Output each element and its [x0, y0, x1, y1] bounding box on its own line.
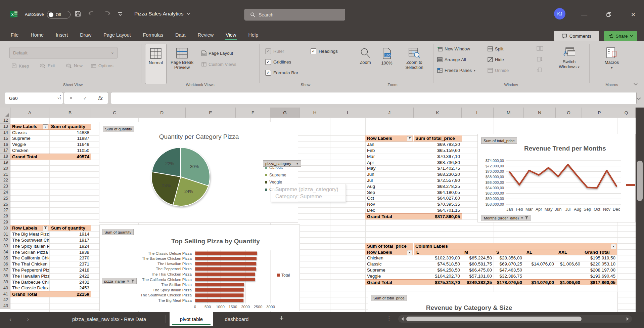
confirm-entry-icon[interactable]: ✓	[83, 95, 87, 101]
grand-total-value[interactable]: $817.860,05	[582, 279, 617, 285]
pivot-row-label[interactable]: May	[365, 165, 414, 171]
zoom-to-selection-button[interactable]: Zoom to Selection	[398, 44, 430, 83]
pivot-value[interactable]: 11050	[49, 148, 91, 154]
pivot-value[interactable]	[524, 273, 556, 279]
checkbox-headings[interactable]: ✓Headings	[311, 48, 338, 54]
share-button[interactable]: Share	[604, 31, 637, 41]
dropdown-button[interactable]: ▼	[407, 250, 412, 255]
pivot-header-cell[interactable]: Row Labels	[10, 225, 49, 231]
add-sheet-button[interactable]: +	[279, 314, 284, 323]
horizontal-scrollbar[interactable]	[398, 315, 632, 323]
checkbox-gridlines[interactable]: ✓Gridlines	[265, 59, 291, 65]
pivot-size-column[interactable]: L	[414, 249, 462, 255]
grand-total-value[interactable]: $817.860,05	[414, 213, 462, 219]
scroll-left-icon[interactable]	[401, 317, 404, 321]
search-input[interactable]: Search	[244, 9, 345, 20]
pivot-row-label[interactable]: Jun	[365, 171, 414, 177]
pivot-value[interactable]: 2371	[49, 261, 91, 267]
pivot-value[interactable]: $208.197,00	[582, 267, 617, 273]
column-header-E[interactable]: E	[186, 108, 236, 118]
pivot-row-label[interactable]: Feb	[365, 148, 414, 154]
row-header-32[interactable]: 32	[0, 237, 10, 243]
zoom-button[interactable]: Zoom	[355, 44, 375, 83]
pivot-value[interactable]: $47.463,50	[494, 267, 524, 273]
custom-views-button[interactable]: Custom Views	[201, 62, 236, 67]
row-header-20[interactable]: 20	[0, 165, 10, 171]
pivot-size-column[interactable]: Grand Total	[582, 249, 617, 255]
grand-total-value[interactable]: 22159	[49, 291, 91, 297]
pivot-row-label[interactable]: Classic	[10, 130, 49, 136]
keep-sheet-view-button[interactable]: Keep	[11, 63, 29, 69]
row-header-23[interactable]: 23	[0, 183, 10, 190]
grand-total-value[interactable]: $178.076,50	[494, 279, 524, 285]
page-layout-view-button[interactable]: Page Layout	[201, 50, 233, 56]
pivot-row-label[interactable]: The Spicy Italian Pizza	[10, 243, 49, 249]
tab-options-icon[interactable]: ⋮	[386, 315, 392, 322]
pivot-row-label[interactable]: Nov	[365, 201, 414, 207]
row-header-39[interactable]: 39	[0, 279, 10, 285]
row-header-29[interactable]: 29	[0, 219, 10, 226]
pivot-value[interactable]: $220.053,10	[582, 261, 617, 267]
ribbon-tab-data[interactable]: Data	[175, 31, 186, 40]
close-button[interactable]: ×	[628, 9, 638, 19]
column-header-G[interactable]: G	[270, 108, 300, 118]
pivot-row-label[interactable]: The Sicilian Pizza	[10, 249, 49, 255]
pivot-value[interactable]: $65.224,50	[462, 255, 494, 261]
pivot-value[interactable]: $68.736,80	[414, 160, 462, 166]
formula-bar-options-icon[interactable]: ⋮	[58, 94, 63, 100]
pivot-row-label[interactable]: Mar	[365, 154, 414, 160]
checkbox-formula-bar[interactable]: ✓Formula Bar	[265, 70, 298, 76]
new-window-button[interactable]: New Window	[437, 46, 470, 51]
pie-legend-item-classic[interactable]: Classic	[265, 165, 283, 170]
row-header-30[interactable]: 30	[0, 225, 10, 231]
column-header-D[interactable]: D	[138, 108, 186, 118]
pivot-value[interactable]: $74.518,50	[414, 261, 462, 267]
column-header-B[interactable]: B	[49, 108, 91, 118]
cancel-entry-icon[interactable]: ×	[70, 95, 73, 101]
pivot-value[interactable]: 2453	[49, 285, 91, 291]
pivot-value[interactable]: 14888	[49, 130, 91, 136]
pivot-value[interactable]: $195.919,50	[582, 255, 617, 261]
row-header-19[interactable]: 19	[0, 160, 10, 166]
column-header-K[interactable]: K	[414, 108, 462, 118]
column-header-N[interactable]: N	[524, 108, 556, 118]
pivot-value[interactable]: $64.180,05	[414, 190, 462, 196]
pivot-row-label[interactable]: Jan	[365, 141, 414, 148]
pivot-value[interactable]: 11987	[49, 135, 91, 141]
pivot-value[interactable]: $57.101,00	[462, 273, 494, 279]
pivot-value[interactable]: 2432	[49, 279, 91, 285]
pivot-row-label[interactable]: Sep	[365, 190, 414, 196]
save-icon[interactable]	[75, 10, 81, 18]
pivot-value[interactable]: 11649	[49, 141, 91, 148]
pivot-value[interactable]: $72.557,90	[414, 177, 462, 183]
pivot-value[interactable]: $71.402,75	[414, 165, 462, 171]
sheet-view-options-button[interactable]: Options	[91, 63, 113, 68]
comments-button[interactable]: Comments	[554, 31, 599, 41]
pivot-value[interactable]: $104.202,70	[414, 273, 462, 279]
pivot-value[interactable]: $68.278,25	[414, 183, 462, 190]
grand-total-label[interactable]: Grand Total	[10, 291, 49, 297]
switch-windows-button[interactable]: Switch Windows ▾	[553, 44, 585, 83]
row-header-17[interactable]: 17	[0, 148, 10, 154]
row-header-40[interactable]: 40	[0, 285, 10, 291]
pivot-value[interactable]: $32.386,75	[494, 273, 524, 279]
grand-total-value[interactable]: $249.382,25	[462, 279, 494, 285]
pivot-value[interactable]	[556, 267, 582, 273]
pivot-value[interactable]: $70.395,35	[414, 201, 462, 207]
dropdown-button[interactable]: ▼	[611, 244, 616, 249]
scroll-right-icon[interactable]	[627, 317, 629, 321]
pivot-value[interactable]: 1938	[49, 249, 91, 255]
row-header-13[interactable]: 13	[0, 124, 10, 130]
row-header-34[interactable]: 34	[0, 249, 10, 255]
category-size-field-button[interactable]: Sum of total_price	[371, 295, 407, 301]
unhide-button[interactable]: Unhide	[488, 68, 509, 73]
pie-chart[interactable]: Sum of quantity Quantity per Category Pi…	[99, 122, 298, 223]
ribbon-tab-help[interactable]: Help	[247, 31, 259, 40]
grand-total-label[interactable]: Grand Total	[365, 279, 414, 285]
pivot-value[interactable]: $69.870,25	[494, 261, 524, 267]
pivot-value[interactable]: $64.027,60	[414, 195, 462, 201]
checkbox-ruler[interactable]: ✓Ruler	[265, 48, 284, 54]
pivot-size-column[interactable]: S	[494, 249, 524, 255]
pivot-header-cell[interactable]: Row Labels	[365, 135, 414, 141]
pivot-row-label[interactable]: Chicken	[10, 148, 49, 154]
